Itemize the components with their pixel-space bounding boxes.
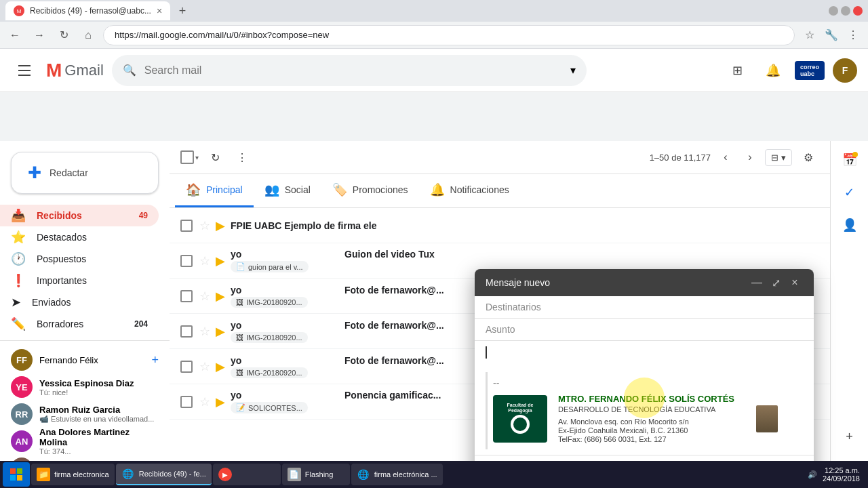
sidebar-destacados-label: Destacados (37, 232, 87, 243)
compose-subject-field[interactable]: Asunto (475, 319, 814, 341)
contact-avatar-ramon: RR (11, 403, 33, 425)
search-dropdown-icon[interactable]: ▾ (570, 64, 576, 77)
pagination: 1–50 de 11,177 ‹ › ⊟ ▾ ⚙ (650, 146, 819, 168)
prev-page-btn[interactable]: ‹ (716, 148, 735, 167)
compose-close-btn[interactable]: × (787, 274, 803, 291)
notifications-button[interactable]: 🔔 (760, 57, 787, 84)
hamburger-line (18, 65, 31, 66)
taskbar-item-flashing[interactable]: 📄 Flashing (282, 464, 350, 485)
attachment-tag: 📝 SOLICORTES... (231, 402, 308, 413)
important-marker: ▶ (216, 324, 225, 339)
gmail-wordmark: Gmail (64, 62, 103, 79)
contacts-sidebar-btn[interactable]: 👤 (836, 211, 863, 239)
tasks-btn[interactable]: ✓ (836, 179, 863, 206)
star-btn[interactable]: ☆ (199, 289, 210, 304)
star-btn[interactable]: ☆ (199, 359, 210, 374)
email-checkbox[interactable] (180, 255, 194, 267)
email-row[interactable]: ☆ ▶ FPIE UABC Ejemplo de firma ele (170, 208, 830, 243)
sidebar-item-destacados[interactable]: ⭐ Destacados (0, 226, 159, 248)
select-all-checkbox[interactable] (180, 150, 194, 164)
select-group: ▾ (180, 150, 199, 164)
select-dropdown-icon[interactable]: ▾ (195, 154, 199, 161)
window-minimize[interactable] (829, 6, 838, 16)
taskbar-label-flashing: Flashing (305, 470, 334, 479)
tab-principal[interactable]: 🏠 Principal (175, 174, 254, 207)
apps-button[interactable]: ⊞ (724, 57, 751, 84)
new-tab-btn[interactable]: + (173, 1, 192, 20)
settings-btn[interactable]: ⚙ (797, 146, 819, 168)
start-button[interactable] (3, 462, 30, 487)
user-avatar[interactable]: F (833, 58, 857, 83)
forward-button[interactable]: → (30, 26, 49, 45)
sig-info: MTRO. FERNANDO FÉLIX SOLÍS CORTÉS DESARR… (558, 394, 734, 444)
hamburger-line (18, 75, 31, 76)
email-checkbox[interactable] (180, 220, 194, 232)
taskbar-item-firma2[interactable]: 🌐 firma electrónica ... (351, 464, 443, 485)
compose-to-field[interactable]: Destinatarios (475, 296, 814, 319)
more-options-btn[interactable]: ⋮ (231, 146, 253, 168)
hamburger-menu[interactable] (11, 57, 38, 84)
add-contact-btn[interactable]: + (151, 353, 159, 367)
taskbar-clock: 12:25 a.m. 24/09/2018 (823, 466, 860, 483)
extensions-btn[interactable]: 🔧 (822, 26, 841, 45)
next-page-btn[interactable]: › (741, 148, 760, 167)
tab-close-btn[interactable]: × (157, 5, 162, 16)
star-btn[interactable]: ☆ (199, 324, 210, 339)
compose-title: Mensaje nuevo (486, 277, 749, 288)
email-checkbox[interactable] (180, 325, 194, 338)
email-checkbox[interactable] (180, 361, 194, 373)
refresh-inbox-btn[interactable]: ↻ (204, 146, 226, 168)
contact-item-yessica[interactable]: YE Yessica Espinosa Diaz Tú: nice! (0, 373, 170, 401)
tab-promociones[interactable]: 🏷️ Promociones (321, 174, 419, 207)
svg-rect-3 (17, 475, 22, 481)
volume-icon[interactable]: 🔊 (808, 470, 817, 479)
contact-item-fernando[interactable]: FF Fernando Félix + (0, 346, 170, 373)
taskbar-icon-firma2: 🌐 (357, 468, 370, 481)
window-close[interactable] (853, 6, 863, 16)
add-apps-btn[interactable]: + (836, 423, 863, 450)
taskbar-item-chrome[interactable]: 🌐 Recibidos (49) - fe... (116, 464, 212, 485)
pdf-icon: 📄 (236, 262, 245, 271)
contact-item-ramon[interactable]: RR Ramon Ruiz Garcia 📹 Estuviste en una … (0, 401, 170, 428)
address-bar[interactable]: https://mail.google.com/mail/u/0/#inbox?… (103, 25, 795, 45)
sidebar-item-recibidos[interactable]: 📥 Recibidos 49 (0, 205, 159, 226)
search-wrap[interactable]: 🔍 ▾ (112, 55, 587, 86)
back-button[interactable]: ← (5, 26, 24, 45)
tab-social[interactable]: 👥 Social (254, 174, 321, 207)
email-subject: Ponencia gamificac... (344, 390, 441, 401)
view-options-btn[interactable]: ⊟ ▾ (765, 149, 792, 166)
window-maximize[interactable] (841, 6, 850, 16)
taskbar-date: 24/09/2018 (823, 474, 860, 483)
compose-cursor (486, 346, 487, 359)
notif-icon: 🔔 (430, 182, 445, 197)
sidebar-item-enviados[interactable]: ➤ Enviados (0, 291, 159, 313)
home-button[interactable]: ⌂ (79, 26, 98, 45)
star-btn[interactable]: ☆ (199, 218, 210, 233)
refresh-button[interactable]: ↻ (54, 26, 73, 45)
star-btn[interactable]: ☆ (199, 394, 210, 409)
tab-notificaciones[interactable]: 🔔 Notificaciones (419, 174, 520, 207)
sidebar-item-pospuestos[interactable]: 🕐 Pospuestos (0, 248, 159, 270)
compose-minimize-btn[interactable]: — (749, 274, 765, 291)
email-checkbox[interactable] (180, 396, 194, 408)
compose-window: Mensaje nuevo — ⤢ × Destinatarios Asunto… (475, 269, 814, 488)
menu-btn[interactable]: ⋮ (844, 26, 863, 45)
compose-body[interactable]: -- Facultad dePedagogía MTRO. FERNANDO F… (475, 341, 814, 455)
browser-tab-active[interactable]: M Recibidos (49) - fernasol@uabc... × (5, 1, 170, 20)
email-sender: yo (231, 320, 339, 331)
sidebar-item-borradores[interactable]: ✏️ Borradores 204 (0, 313, 159, 335)
bookmark-btn[interactable]: ☆ (800, 26, 819, 45)
taskbar-item-media[interactable]: ▶ (213, 464, 281, 485)
contact-item-ana[interactable]: AN Ana Dolores Martinez Molina Tú: 374..… (0, 428, 170, 455)
calendar-btn[interactable]: 📅 (836, 146, 863, 174)
compose-button[interactable]: ✚ Redactar (11, 152, 159, 194)
search-input[interactable] (144, 64, 562, 77)
star-btn[interactable]: ☆ (199, 253, 210, 268)
taskbar: 📁 firma electronica 🌐 Recibidos (49) - f… (0, 461, 868, 488)
taskbar-icon-media: ▶ (218, 468, 232, 481)
compose-maximize-btn[interactable]: ⤢ (768, 274, 784, 291)
taskbar-item-firma[interactable]: 📁 firma electronica (31, 464, 115, 485)
sidebar-item-importantes[interactable]: ❗ Importantes (0, 270, 159, 291)
email-checkbox[interactable] (180, 290, 194, 302)
header-right: ⊞ 🔔 correouabc F (724, 57, 857, 84)
